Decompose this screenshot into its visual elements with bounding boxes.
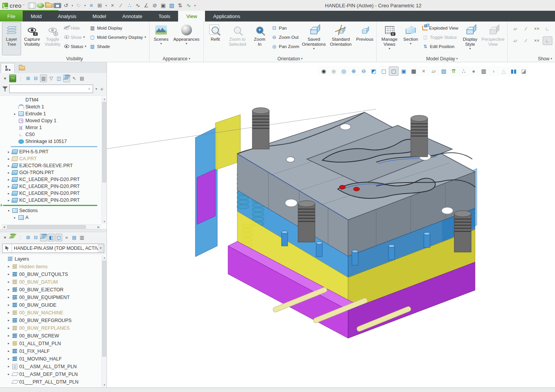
circle-analysis-button[interactable]: ⊘ [151,1,158,10]
hide-button[interactable]: Hide [63,23,88,32]
regenerate-button[interactable]: ≡ [87,1,95,10]
tab-model[interactable]: Model [85,11,114,22]
guide-pin-1[interactable] [252,108,269,149]
layers-collapse-caret[interactable]: ▾ [2,234,8,241]
tree-filter-input[interactable] [11,86,87,91]
undo-button[interactable]: ↺ [62,1,70,10]
layers-vscrollbar[interactable]: ▲▼ [102,255,107,388]
show-annotation-display-toggle[interactable]: ▭ [553,25,555,33]
layers-node-icon[interactable] [9,234,16,241]
tree-item-mirror1[interactable]: Mirror 1 [0,124,101,131]
measure-button[interactable]: ∕ [117,1,125,10]
layer-all-dtm-pln[interactable]: ▸ 01_ALL_DTM_PLN [0,340,101,347]
insert-indicator-blue[interactable] [11,146,97,147]
tree-settings-button[interactable]: ▤ [78,75,85,82]
layer-prt-all-dtm-pln[interactable]: 01___PRT_ALL_DTM_PLN [0,378,101,386]
select-point-toggle[interactable]: ×× [532,37,542,45]
capture-visibility-button[interactable]: ◉ [319,66,328,76]
refit-button[interactable]: ◎ [339,66,348,76]
open-button[interactable] [45,3,53,8]
zoom-in-button[interactable]: ⊕ [349,66,358,76]
pause-button[interactable]: ▮▮ [509,66,518,76]
tab-applications[interactable]: Applications [205,11,248,22]
yellow-plate-left[interactable] [215,115,240,170]
perspective-view-button[interactable]: Perspective View [481,22,505,55]
base-plate-left[interactable] [197,169,215,224]
show-axis-display-toggle[interactable]: ∕ [521,25,531,33]
column-display-button[interactable]: ◫ [55,75,62,82]
tree-item-cs0[interactable]: CS0 [0,131,101,138]
layers-dots[interactable]: ⋮ [17,234,24,241]
tree-item-leader-pin-2[interactable]: ▸ KC_LEADER_PIN-D20.PRT [0,183,101,190]
curve-analysis-button[interactable]: ∿ [134,1,142,10]
select-csys-toggle[interactable]: ∟ [543,37,552,45]
draft-check-button[interactable]: △ [499,66,508,76]
select-explode-toggle[interactable]: ⇈ [553,37,555,45]
tab-file[interactable]: File [0,11,23,22]
annotation-display-button[interactable]: × [419,66,428,76]
tree-item-movedcopy1[interactable]: Moved Copy 1 [0,117,101,124]
tab-mold[interactable]: Mold [23,11,50,22]
layer-ejector[interactable]: ▸ 00_BUW_EJECTOR [0,286,101,294]
view-manager-button[interactable]: ▦ [409,66,418,76]
tree-columns-button[interactable]: ▥ [40,75,47,82]
layer-refplanes[interactable]: ▸ 00_BUW_REFPLANES [0,324,101,332]
folder-browser-tab[interactable] [15,63,29,73]
explode-button[interactable]: ⇈ [449,66,458,76]
draft-analysis-button[interactable]: ∠ [142,1,150,10]
layer-asm-all-dtm-pln[interactable]: ▸ 01__ASM_ALL_DTM_PLN [0,363,101,370]
model-tree-tab[interactable] [1,63,15,73]
layer-prt-def-dtm-pln[interactable]: 01___PRT_DEF_DTM_PLN [0,386,101,388]
tree-item-ca[interactable]: ▸ CA.PRT [0,155,101,162]
toggle-visibility-button[interactable]: Toggle Visibility [43,22,62,55]
scenes-button[interactable]: Scenes▾ [152,22,171,55]
insert-indicator-green[interactable] [3,205,97,206]
standard-orientation-button[interactable]: Standard Orientation [327,22,355,55]
tree-item-extrude1[interactable]: ▸ Extrude 1 [0,110,101,117]
repaint-button[interactable]: ◩ [369,66,378,76]
expand-branch-button[interactable]: ⊞ [25,75,32,82]
layer-asm-def-dtm-pln[interactable]: ▸ 01__ASM_DEF_DTM_PLN [0,370,101,378]
material-button[interactable] [37,3,44,8]
layer-display-button[interactable] [63,75,70,82]
select-pointer-button[interactable]: ↖ [71,75,78,82]
tree-item-dtm4[interactable]: DTM4 [0,96,101,103]
capture-visibility-button[interactable]: Capture Visibility [22,22,42,55]
tree-item-goi-tron[interactable]: ▸ GOI-TRON.PRT [0,169,101,176]
fit-window-button[interactable]: ▣ [159,1,167,10]
mold-geometry-display-button[interactable]: ▢ Mold Geometry Display▾ [88,33,147,42]
zoom-out-button[interactable]: ⊖ [359,66,368,76]
appearances-button[interactable]: ● [469,66,478,76]
spin-center-button[interactable]: ∴ [459,66,468,76]
panel-splitter[interactable] [0,229,107,232]
zoom-in-button[interactable]: + Zoom In [250,22,269,55]
customize-caret[interactable]: ▾ [193,1,197,10]
layer-fix-half[interactable]: ▸ 01_FIX_HALF [0,347,101,355]
layer-list-button[interactable]: ▤ [71,234,78,241]
section-button[interactable]: Section▾ [401,22,420,55]
layer-hidden-items[interactable]: ▸ Hidden Items [0,263,101,271]
redo-caret[interactable]: ▾ [83,1,87,10]
zoom-out-button[interactable]: ⊖ Zoom Out [270,33,300,42]
filter-caret-icon[interactable]: ▾ [95,87,98,91]
layers-root[interactable]: Layers [0,255,101,263]
filter-add-icon[interactable]: + [99,86,104,92]
zoom-to-selected-button[interactable]: Zoom to Selected [226,22,249,55]
graphics-area[interactable]: ◉◉◎⊕⊖◩▢▢▣▦×▱▧⇈∴●▥◗△▮▮◪ [107,62,555,387]
tree-item-sketch1[interactable]: Sketch 1 [0,103,101,110]
tree-item-leader-pin-4[interactable]: ▸ KC_LEADER_PIN-D20.PRT [0,197,101,204]
select-plane-toggle[interactable]: ▱ [510,37,520,45]
model-tree-vscrollbar[interactable]: ▲▼ [102,96,107,224]
layer-datum[interactable]: ▸ 00_BUW_DATUM [0,278,101,286]
tab-annotate[interactable]: Annotate [114,11,150,22]
silhouette-button[interactable]: ◗ [489,66,498,76]
tree-item-section-a[interactable]: ▸ A [0,214,101,221]
layer-machine[interactable]: ▸ 00_BUW_MACHINE [0,309,101,317]
clipping-button[interactable]: ◪ [519,66,528,76]
saved-orientations-button[interactable]: ▣ [399,66,408,76]
tab-tools[interactable]: Tools [150,11,178,22]
layer-refgroups[interactable]: ▸ 00_BUW_REFGROUPS [0,317,101,324]
tree-item-ejector-sleeve[interactable]: ▸ EJECTOR-SLEEVE.PRT [0,162,101,169]
display-style-button[interactable]: ▢ [379,66,388,76]
layers-model-combo[interactable]: HANDLE-PIN.ASM (TOP MODEL, ACTIVE) ▾ [2,244,104,253]
